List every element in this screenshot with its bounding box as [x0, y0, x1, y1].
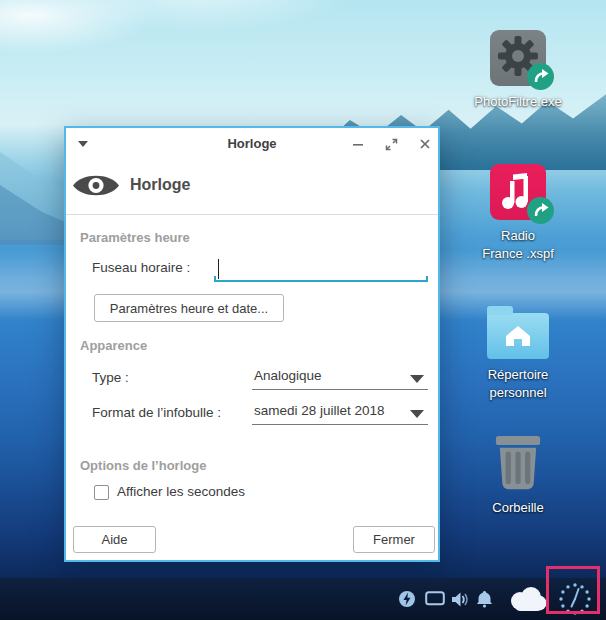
label-line: Répertoire [488, 366, 549, 384]
header-divider [66, 214, 438, 215]
desktop-icon-label: Radio France .xspf [482, 227, 554, 263]
desktop-icon-home[interactable]: Répertoire personnel [463, 305, 573, 402]
label-line: France .xspf [482, 245, 554, 263]
label-line: PhotoFiltre.exe [474, 93, 561, 111]
section-heading-appearance: Apparence [80, 338, 147, 353]
desktop-icon-label: Corbeille [492, 499, 543, 517]
power-manager-icon[interactable] [396, 578, 418, 620]
type-label: Type : [92, 370, 129, 385]
shortcut-arrow-icon [531, 201, 550, 220]
weather-cloud-icon[interactable] [505, 578, 549, 620]
notifications-icon[interactable] [473, 578, 495, 620]
folder-icon [487, 313, 549, 359]
home-icon [504, 324, 532, 348]
photofiltre-tile [490, 30, 546, 86]
type-dropdown[interactable]: Analogique [252, 366, 428, 390]
tooltip-format-value: samedi 28 juillet 2018 [254, 403, 385, 418]
chevron-down-icon [410, 410, 424, 418]
maximize-icon [385, 138, 398, 151]
tooltip-format-label: Format de l’infobulle : [92, 405, 221, 420]
desktop-icon-trash[interactable]: Corbeille [463, 432, 573, 517]
help-button[interactable]: Aide [73, 526, 156, 553]
close-dialog-button[interactable]: Fermer [353, 526, 435, 553]
close-button[interactable] [413, 132, 437, 156]
eye-icon [72, 170, 120, 205]
shortcut-badge [527, 197, 554, 224]
text-caret [218, 259, 219, 279]
section-heading-options: Options de l’horloge [80, 458, 206, 473]
desktop-icon-radio-france[interactable]: Radio France .xspf [463, 164, 573, 263]
label-line: Corbeille [492, 499, 543, 517]
display-icon[interactable] [423, 578, 447, 620]
taskbar [0, 578, 606, 620]
minimize-button[interactable] [346, 132, 370, 156]
type-value: Analogique [254, 368, 322, 383]
desktop-icon-label: Répertoire personnel [488, 366, 549, 402]
label-line: Radio [482, 227, 554, 245]
close-icon [419, 138, 431, 150]
tooltip-format-dropdown[interactable]: samedi 28 juillet 2018 [252, 401, 428, 425]
shortcut-arrow-icon [531, 67, 550, 86]
maximize-button[interactable] [379, 132, 403, 156]
desktop-icon-photofiltre[interactable]: PhotoFiltre.exe [463, 30, 573, 111]
datetime-settings-button[interactable]: Paramètres heure et date... [94, 294, 284, 322]
show-seconds-label: Afficher les secondes [117, 484, 245, 499]
minimize-icon [352, 138, 364, 150]
show-seconds-checkbox[interactable] [94, 485, 109, 500]
clock-settings-window: Horloge [64, 126, 440, 562]
clouds [0, 0, 360, 90]
radio-tile [490, 164, 546, 220]
label-line: personnel [488, 384, 549, 402]
timezone-label: Fuseau horaire : [92, 260, 190, 275]
trash-icon [492, 432, 544, 492]
highlight-box [546, 566, 600, 614]
timezone-input[interactable] [214, 256, 428, 282]
window-titlebar[interactable]: Horloge [66, 128, 438, 160]
shortcut-badge [527, 63, 554, 90]
app-title: Horloge [130, 176, 190, 194]
chevron-down-icon [410, 375, 424, 383]
section-heading-time: Paramètres heure [80, 230, 190, 245]
desktop-icon-label: PhotoFiltre.exe [474, 93, 561, 111]
volume-icon[interactable] [449, 578, 471, 620]
